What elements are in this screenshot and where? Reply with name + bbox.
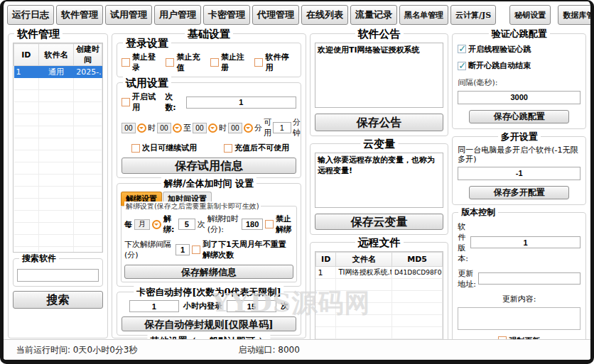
tab-secret-settings[interactable]: 秘钥设置 [509, 5, 551, 25]
table-empty-row [14, 175, 102, 187]
after-recharge-label: 充值后不可使用 [234, 143, 289, 153]
unbind-deduct-input[interactable] [242, 219, 263, 230]
after-recharge-checkbox[interactable]: 充值后不可使用 [224, 143, 289, 153]
announcement-group: 软件公告 欢迎使用TI网络验证授权系统 保存公告 [310, 33, 448, 136]
software-disable-checkbox[interactable]: 软件停用 [254, 52, 296, 73]
heartbeat-interval-input[interactable] [458, 91, 580, 104]
spinner-dropdown-icon[interactable] [208, 123, 217, 133]
tab-software-mgmt[interactable]: 软件管理 [56, 5, 103, 25]
thread-heartbeat-checkbox[interactable]: 开启线程验证心跳 [458, 44, 531, 55]
software-management-panel: 软件管理 ID 软件名 创建时间 1 通用 [8, 33, 108, 338]
software-col-id[interactable]: ID [14, 44, 39, 66]
trial-start-hour[interactable] [122, 123, 136, 133]
enable-trial-label: 开启试用 [132, 92, 162, 113]
nextday-trial-checkbox[interactable]: 次日可继续试用 [131, 143, 197, 153]
checkbox-icon [254, 58, 263, 67]
tab-traffic-log[interactable]: 流量记录 [350, 5, 397, 25]
software-col-date[interactable]: 创建时间 [74, 44, 102, 66]
spinner-dropdown-icon[interactable] [173, 123, 182, 133]
trial-minutes-input[interactable] [273, 122, 291, 133]
no-reset-label: 到了下1天周月年不重置解绑次数 [202, 239, 293, 260]
tab-card-mgmt[interactable]: 卡密管理 [203, 5, 250, 25]
software-disable-label: 软件停用 [265, 52, 296, 73]
checkbox-icon [122, 58, 130, 67]
tab-running-log[interactable]: 运行日志 [7, 5, 54, 25]
unbind-settings-group: 解绑/全体加时间 设置 解绑设置 加时间设置 解绑设置(保存之后需要重新制卡即可… [117, 183, 301, 287]
autoban-suffix-label: 次 [281, 301, 288, 311]
tab-cloud-js[interactable]: 云计算/JS [450, 5, 496, 25]
tab-database-mgmt[interactable]: 数据库管理 [558, 5, 594, 25]
table-empty-row [315, 327, 442, 339]
announcement-title: 软件公告 [355, 28, 404, 41]
trial-start-min[interactable] [157, 123, 171, 133]
no-reset-checkbox[interactable]: 到了下1天周月年不重置解绑次数 [192, 239, 293, 260]
app-window: 运行日志 软件管理 试用管理 用户管理 卡密管理 代理管理 在线列表 流量记录 … [0, 0, 594, 364]
remote-col-id[interactable]: ID [315, 253, 336, 267]
heartbeat-config-group: 验证心跳配置 开启线程验证心跳 断开心跳自动结束 间隔(毫秒): 保存心跳配置 [452, 33, 586, 129]
basic-settings-title: 基础设置 [185, 28, 233, 41]
save-cloudvar-button[interactable]: 保存云变量 [315, 214, 443, 230]
hour-unit-label: 时 [148, 123, 156, 133]
autoban-mid-label: 小时内登录 [183, 301, 222, 311]
per-label: 每 [124, 219, 132, 230]
update-url-input[interactable] [478, 272, 580, 285]
checkbox-icon [224, 144, 232, 153]
save-multiopen-button[interactable]: 保存多开配置 [469, 186, 570, 199]
trial-end-min[interactable] [228, 123, 242, 133]
unbind-period-select[interactable] [134, 219, 150, 230]
unbind-count-input[interactable] [178, 219, 195, 230]
save-trial-button[interactable]: 保存试用信息 [122, 158, 296, 174]
spinner-dropdown-icon[interactable] [244, 123, 253, 133]
tab-user-mgmt[interactable]: 用户管理 [154, 5, 201, 25]
software-row-selected[interactable]: 1 通用 2025-... [14, 66, 102, 78]
search-input[interactable] [17, 269, 99, 282]
tab-online-list[interactable]: 在线列表 [301, 5, 348, 25]
multiopen-input[interactable] [458, 167, 580, 180]
table-empty-row [14, 223, 102, 235]
remote-col-md5[interactable]: MD5 [392, 253, 442, 267]
trial-end-hour[interactable] [193, 123, 207, 133]
heartbeat-timeout-input[interactable] [186, 359, 296, 364]
tab-trial-mgmt[interactable]: 试用管理 [105, 5, 152, 25]
heartbeat-config-title: 验证心跳配置 [489, 28, 550, 40]
forbid-register-checkbox[interactable]: 禁止注册 [210, 52, 252, 73]
update-content-textarea[interactable] [458, 307, 580, 330]
save-autoban-button[interactable]: 保存自动停封规则[仅限单码] [122, 316, 296, 331]
autoban-group: 卡密自动封停[次数为0代表无限制] 小时内登录 次 保存自动停封规则[仅限单码] [117, 292, 301, 336]
cloudvar-title: 云变量 [360, 138, 398, 151]
checkbox-icon [166, 58, 174, 67]
tab-blacklist-mgmt[interactable]: 黑名单管理 [399, 5, 448, 25]
search-button[interactable]: 搜索 [13, 291, 103, 309]
save-heartbeat-button[interactable]: 保存心跳配置 [469, 110, 570, 123]
forbid-login-checkbox[interactable]: 禁止登录 [122, 52, 163, 73]
autoban-times-input[interactable] [227, 300, 276, 312]
table-empty-row [14, 138, 102, 150]
table-empty-row [14, 211, 102, 223]
disconnect-end-checkbox[interactable]: 断开心跳自动结束 [458, 60, 531, 71]
checkbox-icon [131, 144, 140, 153]
tab-agent-mgmt[interactable]: 代理管理 [252, 5, 299, 25]
remote-col-name[interactable]: 文件名 [336, 253, 392, 267]
save-unbind-button[interactable]: 保存解绑信息 [124, 265, 293, 279]
announcement-textarea[interactable]: 欢迎使用TI网络验证授权系统 [315, 43, 443, 108]
spinner-dropdown-icon[interactable] [137, 123, 146, 133]
trial-count-input[interactable] [186, 96, 296, 109]
checkbox-icon [192, 246, 200, 254]
table-empty-row [14, 247, 102, 253]
cloudvar-textarea[interactable]: 输入你要远程存放的变量，也称为远程变量! [315, 153, 443, 208]
software-col-name[interactable]: 软件名 [38, 44, 74, 66]
unbind-interval-input[interactable] [176, 244, 190, 255]
save-announcement-button[interactable]: 保存公告 [315, 114, 443, 131]
forbid-unbind-checkbox[interactable]: 禁止解绑 [265, 214, 293, 235]
remote-cell-id: 1 [315, 267, 336, 279]
enable-trial-checkbox[interactable]: 开启试用 [122, 92, 162, 113]
remote-file-row[interactable]: 1 TI网络授权系统.txt D41D8CD98F00B204E980... [315, 267, 442, 279]
software-version-input[interactable] [470, 236, 580, 248]
to-label: 至 [183, 123, 191, 133]
spinner-dropdown-icon[interactable] [152, 220, 161, 229]
forbid-recharge-checkbox[interactable]: 禁止充值 [166, 52, 207, 73]
software-cell-id: 1 [14, 66, 39, 78]
port-status: 启动端口: 8000 [238, 344, 299, 356]
autoban-hours-input[interactable] [129, 300, 179, 312]
checked-checkbox-icon [458, 62, 466, 70]
